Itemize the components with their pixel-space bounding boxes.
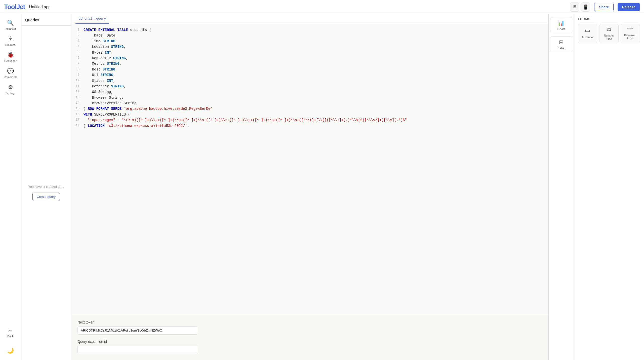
app-title: Untitled app	[29, 5, 51, 9]
share-button[interactable]: Share	[594, 3, 614, 11]
mobile-icon-btn[interactable]: 📱	[581, 3, 590, 12]
bottom-area: Next token Query execution id	[71, 315, 548, 360]
editor-tab-bar: athena1::query	[71, 14, 548, 24]
code-line-13: 13 Browser String,	[71, 95, 548, 100]
line-number-17: 17	[71, 117, 84, 123]
code-line-8: 8 Host STRING,	[71, 67, 548, 72]
sidebar-item-inspector[interactable]: 🔍 Inspector	[2, 17, 20, 32]
number-input-label: Number Input	[601, 34, 616, 40]
line-content-13: Browser String,	[84, 95, 548, 100]
line-content-9: Uri STRING,	[84, 72, 548, 78]
next-token-input[interactable]	[77, 326, 198, 335]
sidebar-item-settings[interactable]: ⚙ Settings	[2, 82, 20, 97]
code-editor[interactable]: 1CREATE EXTERNAL TABLE students (2 `Date…	[71, 24, 548, 315]
sidebar-item-back[interactable]: ← Back	[2, 325, 20, 340]
code-line-7: 7 Method STRING,	[71, 61, 548, 66]
password-input-icon: ***	[627, 27, 633, 32]
line-content-8: Host STRING,	[84, 67, 548, 72]
query-execution-label: Query execution id	[77, 340, 542, 344]
editor-tab[interactable]: athena1::query	[75, 14, 109, 24]
line-content-18: ) LOCATION 's3://athena-express-akiatfa5…	[84, 123, 548, 129]
line-number-8: 8	[71, 67, 84, 72]
code-line-3: 3 Time STRING,	[71, 39, 548, 44]
next-token-label: Next token	[77, 320, 542, 324]
sidebar-item-comments[interactable]: 💬 Comments	[2, 65, 20, 81]
tabs-widget[interactable]: ⊟ Tabs	[550, 36, 572, 52]
theme-icon: 🌙	[7, 347, 14, 354]
line-content-7: Method STRING,	[84, 61, 548, 66]
code-line-16: 16WITH SERDEPROPERTIES (	[71, 112, 548, 117]
text-input-component[interactable]: ▭ Text Input	[578, 24, 597, 43]
query-execution-input[interactable]	[77, 346, 198, 354]
line-content-6: RequestIP STRING,	[84, 55, 548, 61]
line-content-2: `Date` Date,	[84, 33, 548, 38]
query-empty-text: You haven't created qu...	[28, 185, 64, 189]
password-input-component[interactable]: *** Password Input	[621, 24, 640, 43]
line-number-14: 14	[71, 100, 84, 106]
inspector-icon: 🔍	[7, 20, 14, 26]
component-grid: ▭ Text Input 21 Number Input *** Passwor…	[578, 24, 640, 43]
sidebar-item-label-back: Back	[7, 335, 13, 338]
topbar: ToolJet Untitled app 🖥 📱 Share Release	[0, 0, 644, 14]
sidebar-item-label-comments: Comments	[4, 76, 17, 79]
release-button[interactable]: Release	[618, 3, 640, 11]
line-number-7: 7	[71, 61, 84, 66]
line-content-5: Bytes INT,	[84, 50, 548, 55]
query-execution-group: Query execution id	[77, 340, 542, 354]
text-input-label: Text Input	[582, 36, 594, 39]
line-number-4: 4	[71, 44, 84, 49]
editor-area: athena1::query 1CREATE EXTERNAL TABLE st…	[71, 14, 548, 360]
line-number-16: 16	[71, 112, 84, 117]
sources-icon: 🗄	[8, 36, 13, 42]
number-input-icon: 21	[607, 27, 611, 32]
line-number-15: 15	[71, 106, 84, 111]
query-panel: Queries You haven't created qu... Create…	[21, 14, 71, 360]
line-content-12: OS String,	[84, 89, 548, 95]
line-number-13: 13	[71, 95, 84, 100]
sidebar: 🔍 Inspector 🗄 Sources 🐞 Debugger 💬 Comme…	[0, 14, 21, 360]
line-number-9: 9	[71, 72, 84, 78]
create-query-button[interactable]: Create query	[32, 193, 60, 201]
line-content-17: "input.regex" = "^(?!#)([^ ]+)\\s+([^ ]+…	[84, 117, 548, 123]
comments-icon: 💬	[7, 68, 14, 75]
code-line-4: 4 Location STRING,	[71, 44, 548, 50]
debugger-icon: 🐞	[7, 52, 14, 58]
number-input-component[interactable]: 21 Number Input	[599, 24, 619, 43]
right-widget-panel: 📊 Chart ⊟ Tabs	[548, 14, 574, 360]
line-number-2: 2	[71, 33, 84, 38]
sidebar-item-sources[interactable]: 🗄 Sources	[2, 33, 20, 48]
chart-widget[interactable]: 📊 Chart	[550, 17, 572, 33]
query-panel-body: You haven't created qu... Create query	[21, 26, 71, 360]
sidebar-item-debugger[interactable]: 🐞 Debugger	[2, 49, 20, 64]
password-input-label: Password Input	[623, 34, 638, 40]
line-content-14: BrowserVersion String	[84, 100, 548, 106]
code-line-15: 15) ROW FORMAT SERDE 'org.apache.hadoop.…	[71, 106, 548, 112]
code-line-10: 10 Status INT,	[71, 78, 548, 84]
sidebar-item-theme[interactable]: 🌙	[2, 345, 20, 356]
line-content-4: Location STRING,	[84, 44, 548, 50]
forms-section-title: Forms	[578, 17, 640, 21]
line-content-3: Time STRING,	[84, 39, 548, 44]
line-number-11: 11	[71, 84, 84, 89]
text-input-icon: ▭	[585, 27, 590, 34]
forms-section: Forms ▭ Text Input 21 Number Input *** P…	[574, 14, 644, 45]
next-token-group: Next token	[77, 320, 542, 335]
device-row: 🖥 📱	[570, 3, 590, 12]
back-icon: ←	[8, 327, 13, 334]
desktop-icon-btn[interactable]: 🖥	[570, 3, 579, 12]
logo: ToolJet	[4, 3, 25, 11]
chart-icon: 📊	[558, 20, 565, 26]
code-line-2: 2 `Date` Date,	[71, 33, 548, 38]
query-panel-title: Queries	[25, 18, 39, 22]
line-number-1: 1	[71, 27, 84, 32]
query-panel-header: Queries	[21, 14, 71, 26]
code-line-9: 9 Uri STRING,	[71, 72, 548, 78]
line-number-18: 18	[71, 123, 84, 128]
code-line-5: 5 Bytes INT,	[71, 50, 548, 55]
line-number-6: 6	[71, 55, 84, 61]
line-content-15: ) ROW FORMAT SERDE 'org.apache.hadoop.hi…	[84, 106, 548, 112]
line-content-1: CREATE EXTERNAL TABLE students (	[84, 27, 548, 33]
line-number-12: 12	[71, 89, 84, 94]
code-line-11: 11 Referrer STRING,	[71, 84, 548, 89]
settings-icon: ⚙	[8, 84, 13, 91]
